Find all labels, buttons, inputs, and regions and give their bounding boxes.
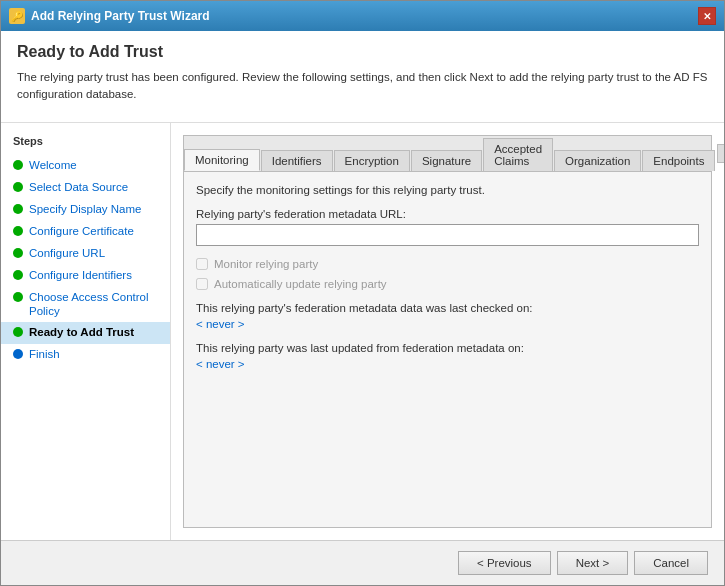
sidebar-item-choose-access-control[interactable]: Choose Access Control Policy (1, 287, 170, 323)
sidebar-title: Steps (1, 135, 170, 155)
sidebar-item-specify-display-name[interactable]: Specify Display Name (1, 199, 170, 221)
sidebar: Steps Welcome Select Data Source Specify… (1, 123, 171, 541)
sidebar-label-select-data-source: Select Data Source (29, 180, 128, 195)
page-title: Ready to Add Trust (17, 43, 708, 61)
previous-button[interactable]: < Previous (458, 551, 551, 575)
close-button[interactable]: ✕ (698, 7, 716, 25)
dot-configure-certificate (13, 226, 23, 236)
tab-encryption[interactable]: Encryption (334, 150, 410, 171)
dot-configure-url (13, 248, 23, 258)
dot-select-data-source (13, 182, 23, 192)
sidebar-item-configure-url[interactable]: Configure URL (1, 243, 170, 265)
sidebar-item-configure-certificate[interactable]: Configure Certificate (1, 221, 170, 243)
sidebar-label-specify-display-name: Specify Display Name (29, 202, 141, 217)
auto-update-row: Automatically update relying party (196, 278, 699, 290)
dot-configure-identifiers (13, 270, 23, 280)
title-bar: 🔑 Add Relying Party Trust Wizard ✕ (1, 1, 724, 31)
dot-choose-access-control (13, 292, 23, 302)
auto-update-checkbox[interactable] (196, 278, 208, 290)
last-checked-label: This relying party's federation metadata… (196, 302, 699, 314)
dot-ready-to-add (13, 327, 23, 337)
sidebar-item-ready-to-add[interactable]: Ready to Add Trust (1, 322, 170, 344)
monitor-relying-party-row: Monitor relying party (196, 258, 699, 270)
cancel-button[interactable]: Cancel (634, 551, 708, 575)
dot-finish (13, 349, 23, 359)
tab-monitoring[interactable]: Monitoring (184, 149, 260, 171)
tab-identifiers[interactable]: Identifiers (261, 150, 333, 171)
monitor-relying-party-checkbox[interactable] (196, 258, 208, 270)
main-window: 🔑 Add Relying Party Trust Wizard ✕ Ready… (0, 0, 725, 586)
sidebar-item-welcome[interactable]: Welcome (1, 155, 170, 177)
right-panel: Monitoring Identifiers Encryption Signat… (171, 123, 724, 541)
tab-content-monitoring: Specify the monitoring settings for this… (184, 172, 711, 528)
sidebar-label-welcome: Welcome (29, 158, 77, 173)
title-bar-left: 🔑 Add Relying Party Trust Wizard (9, 8, 210, 24)
tab-prev-button[interactable]: < (717, 144, 724, 163)
footer: < Previous Next > Cancel (1, 540, 724, 585)
dot-specify-display-name (13, 204, 23, 214)
tab-organization[interactable]: Organization (554, 150, 641, 171)
federation-metadata-url-input[interactable] (196, 224, 699, 246)
next-button[interactable]: Next > (557, 551, 629, 575)
monitor-relying-party-label: Monitor relying party (214, 258, 318, 270)
tab-accepted-claims[interactable]: Accepted Claims (483, 138, 553, 171)
dot-welcome (13, 160, 23, 170)
url-field-label: Relying party's federation metadata URL: (196, 208, 699, 220)
content-area: Ready to Add Trust The relying party tru… (1, 31, 724, 585)
last-checked-value: < never > (196, 318, 699, 330)
tabs-bar: Monitoring Identifiers Encryption Signat… (184, 136, 711, 172)
main-header: Ready to Add Trust The relying party tru… (1, 31, 724, 123)
sidebar-label-configure-url: Configure URL (29, 246, 105, 261)
last-updated-section: This relying party was last updated from… (196, 342, 699, 370)
tab-signature[interactable]: Signature (411, 150, 482, 171)
window-icon: 🔑 (9, 8, 25, 24)
header-description: The relying party trust has been configu… (17, 69, 708, 104)
tabs-container: Monitoring Identifiers Encryption Signat… (183, 135, 712, 529)
sidebar-label-finish: Finish (29, 347, 60, 362)
sidebar-item-configure-identifiers[interactable]: Configure Identifiers (1, 265, 170, 287)
sidebar-label-ready-to-add: Ready to Add Trust (29, 325, 134, 340)
window-title: Add Relying Party Trust Wizard (31, 9, 210, 23)
last-updated-value: < never > (196, 358, 699, 370)
tab-endpoints[interactable]: Endpoints (642, 150, 715, 171)
sidebar-label-choose-access-control: Choose Access Control Policy (29, 290, 158, 320)
sidebar-label-configure-identifiers: Configure Identifiers (29, 268, 132, 283)
auto-update-label: Automatically update relying party (214, 278, 387, 290)
sidebar-label-configure-certificate: Configure Certificate (29, 224, 134, 239)
sidebar-item-select-data-source[interactable]: Select Data Source (1, 177, 170, 199)
main-body: Steps Welcome Select Data Source Specify… (1, 123, 724, 541)
monitoring-description: Specify the monitoring settings for this… (196, 184, 699, 196)
sidebar-item-finish[interactable]: Finish (1, 344, 170, 366)
last-updated-label: This relying party was last updated from… (196, 342, 699, 354)
last-checked-section: This relying party's federation metadata… (196, 302, 699, 330)
